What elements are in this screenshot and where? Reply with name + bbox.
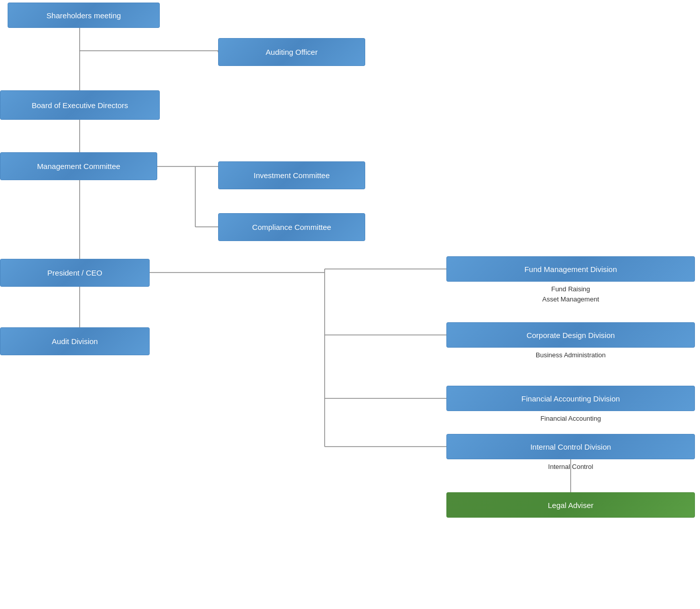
investment-node: Investment Committee — [218, 161, 365, 189]
fund-management-node: Fund Management Division — [446, 256, 695, 282]
financial-accounting-subtext: Financial Accounting — [446, 414, 695, 424]
corporate-design-subtext: Business Administration — [446, 350, 695, 360]
internal-control-subtext: Internal Control — [446, 462, 695, 472]
org-chart: Shareholders meeting Auditing Officer Bo… — [0, 0, 700, 609]
board-node: Board of Executive Directors — [0, 90, 160, 120]
internal-control-node: Internal Control Division — [446, 434, 695, 459]
audit-division-node: Audit Division — [0, 327, 150, 355]
president-node: President / CEO — [0, 259, 150, 287]
legal-adviser-node: Legal Adviser — [446, 492, 695, 518]
management-node: Management Committee — [0, 152, 157, 180]
auditing-officer-node: Auditing Officer — [218, 38, 365, 66]
shareholders-node: Shareholders meeting — [8, 3, 160, 28]
financial-accounting-node: Financial Accounting Division — [446, 386, 695, 411]
compliance-node: Compliance Committee — [218, 213, 365, 241]
corporate-design-node: Corporate Design Division — [446, 322, 695, 348]
fund-management-subtext: Fund RaisingAsset Management — [446, 284, 695, 304]
